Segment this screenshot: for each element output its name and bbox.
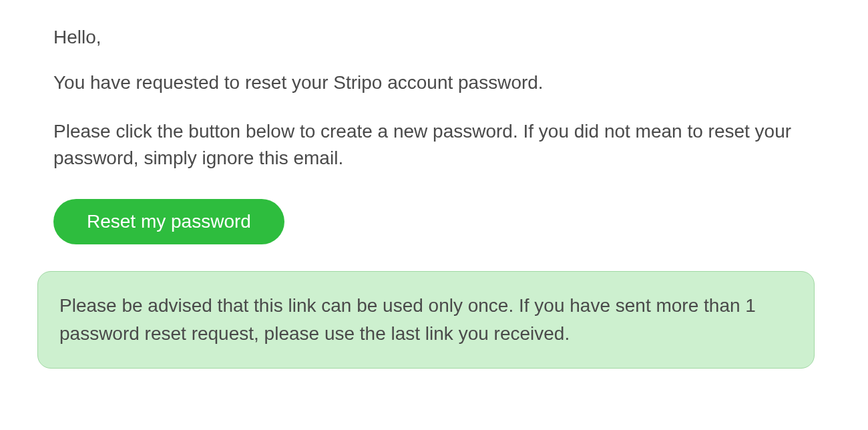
advisory-notice: Please be advised that this link can be … [37, 271, 815, 369]
greeting-text: Hello, [53, 27, 828, 48]
body-line-1: You have requested to reset your Stripo … [53, 69, 828, 97]
body-line-2: Please click the button below to create … [53, 118, 828, 172]
email-body: Hello, You have requested to reset your … [53, 27, 828, 369]
reset-password-button[interactable]: Reset my password [53, 199, 284, 244]
